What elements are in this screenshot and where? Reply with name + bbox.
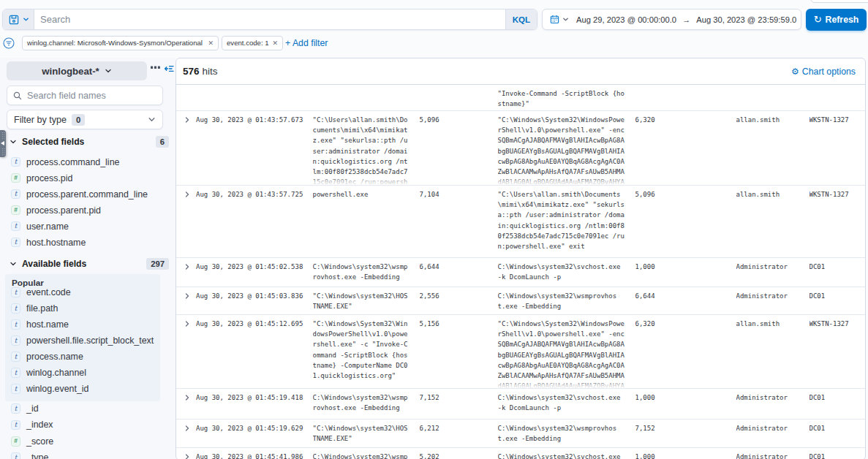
selected-fields-header[interactable]: Selected fields 6 (10, 136, 169, 148)
field-item-host.name[interactable]: thost.name (11, 316, 69, 333)
field-search-placeholder: Search field names (27, 91, 106, 101)
remove-filter-icon[interactable]: ✕ (273, 39, 279, 47)
cell-parent-pid: 5,096 (635, 186, 736, 257)
cell-hostname (809, 85, 866, 110)
available-fields-header[interactable]: Available fields 297 (10, 258, 169, 270)
expand-row-icon[interactable] (184, 263, 191, 270)
field-item-process.parent.pid[interactable]: #process.parent.pid (11, 202, 101, 219)
filter-by-type-count-badge: 0 (72, 114, 85, 126)
index-pattern-select[interactable]: winlogbeat-* (7, 61, 147, 80)
field-item-_id[interactable]: t_id (11, 401, 39, 417)
field-name: winlog.event_id (26, 384, 88, 394)
field-item-event.code[interactable]: tevent.code (11, 284, 71, 300)
cell-hostname: DC01 (809, 448, 866, 459)
field-item-user.name[interactable]: tuser.name (11, 219, 69, 235)
selected-fields-title: Selected fields (22, 137, 84, 147)
refresh-button[interactable]: ↻ Refresh (806, 9, 867, 31)
remove-filter-icon[interactable]: ✕ (208, 39, 214, 47)
field-search-box[interactable]: Search field names (7, 86, 163, 105)
save-icon (9, 15, 19, 25)
gear-icon: ⚙ (791, 67, 799, 76)
field-options-icon[interactable] (151, 66, 160, 69)
chevron-down-icon (148, 115, 156, 124)
field-item-process.parent.command_line[interactable]: tprocess.parent.command_line (11, 186, 148, 202)
cell-hostname: DC01 (809, 287, 866, 314)
header-button-sliver (810, 0, 868, 3)
cell-parent-pid: 1,000 (635, 258, 736, 287)
cell-hostname: WKSTN-1327 (809, 186, 866, 257)
field-item-_index[interactable]: t_index (11, 417, 53, 433)
range-arrow: → (682, 15, 690, 24)
cell-user-name (736, 85, 809, 110)
field-item-powershell.file.script_block_text[interactable]: tpowershell.file.script_block_text (11, 333, 154, 349)
expand-row-icon[interactable] (184, 116, 191, 124)
field-item-winlog.channel[interactable]: twinlog.channel (11, 365, 86, 381)
expand-row-icon[interactable] (184, 394, 191, 401)
expand-row-icon[interactable] (184, 453, 191, 459)
cell-time: Aug 30, 2023 @ 01:45:41.986 (196, 448, 313, 459)
chart-options-label: Chart options (802, 67, 856, 77)
date-end[interactable]: Aug 30, 2023 @ 23:59:59.0 (696, 15, 796, 24)
popular-fields-panel: Popular tevent.codetfile.paththost.namet… (5, 274, 160, 401)
search-input[interactable]: Search (34, 10, 505, 29)
add-filter-link[interactable]: + Add filter (285, 38, 328, 48)
expand-row-icon[interactable] (184, 425, 191, 432)
filter-pill-event-code[interactable]: event.code: 1 ✕ (222, 36, 283, 50)
text-field-icon: t (11, 368, 20, 378)
field-item-_score[interactable]: #_score (11, 433, 53, 449)
query-language-button[interactable]: KQL (505, 10, 537, 29)
cell-parent-pid: 6,320 (635, 111, 736, 185)
available-fields-count-badge: 297 (146, 258, 169, 270)
field-name: _score (26, 436, 53, 447)
filter-bar: winlog.channel: Microsoft-Windows-Sysmon… (0, 32, 868, 57)
expand-row-icon[interactable] (184, 191, 191, 198)
field-item-process.pid[interactable]: #process.pid (11, 170, 72, 186)
cell-parent-pid: 1,000 (635, 389, 736, 419)
cell-pid: 5,202 (420, 448, 498, 459)
search-bar[interactable]: Search KQL (2, 9, 537, 30)
number-field-icon: # (11, 173, 20, 183)
cell-parent-command-line: C:\Windows\system32\svchost.exe -k DcomL… (498, 389, 635, 419)
date-start[interactable]: Aug 29, 2023 @ 00:00:00.0 (576, 15, 676, 24)
cell-parent-pid (635, 85, 736, 110)
text-field-icon: t (11, 238, 20, 248)
expand-row-icon[interactable] (184, 292, 191, 300)
cell-pid: 5,096 (420, 111, 498, 185)
filter-by-type-select[interactable]: Filter by type 0 (7, 110, 163, 129)
refresh-icon: ↻ (814, 14, 822, 25)
chevron-down-icon (23, 16, 29, 23)
cell-user-name: Administrator (736, 448, 809, 459)
filter-icon[interactable] (3, 37, 15, 49)
field-item-host.hostname[interactable]: thost.hostname (11, 235, 86, 251)
text-field-icon: t (11, 319, 20, 330)
text-field-icon: t (11, 335, 20, 346)
date-range-picker[interactable]: Aug 29, 2023 @ 00:00:00.0 → Aug 30, 2023… (542, 9, 801, 30)
cell-pid: 6,644 (420, 258, 498, 287)
date-quick-select-button[interactable] (543, 15, 575, 24)
cell-time: Aug 30, 2023 @ 01:45:19.418 (196, 389, 313, 419)
filter-pill-winlog-channel[interactable]: winlog.channel: Microsoft-Windows-Sysmon… (22, 36, 219, 50)
fields-sidebar: winlogbeat-* Search field names Filter b… (0, 58, 176, 459)
date-range-values[interactable]: Aug 29, 2023 @ 00:00:00.0 → Aug 30, 2023… (575, 15, 801, 24)
cell-parent-pid: 6,320 (635, 315, 736, 388)
cell-parent-command-line: C:\Windows\system32\wsmprovhos t.exe -Em… (498, 420, 635, 447)
field-name: process.parent.command_line (26, 189, 148, 200)
chart-options-button[interactable]: ⚙ Chart options (791, 67, 856, 77)
expand-row-icon[interactable] (184, 320, 191, 327)
cell-pid: 7,104 (420, 186, 498, 257)
sidebar-resize-handle[interactable] (0, 130, 6, 157)
field-item-process.name[interactable]: tprocess.name (11, 349, 83, 365)
cell-time: Aug 30, 2023 @ 01:45:19.629 (196, 420, 313, 447)
cell-parent-pid: 6,644 (635, 287, 736, 314)
field-item-_type[interactable]: t_type (11, 449, 48, 459)
text-field-icon: t (11, 420, 20, 430)
field-item-process.command_line[interactable]: tprocess.command_line (11, 154, 119, 170)
field-item-file.path[interactable]: tfile.path (11, 300, 58, 316)
saved-query-menu-button[interactable] (3, 10, 34, 29)
cell-user-name: allan.smith (736, 186, 809, 257)
field-name: _id (26, 403, 39, 414)
documents-table: "Invoke-Command -ScriptBlock {ho stname}… (176, 85, 865, 459)
chevron-down-icon (10, 138, 17, 145)
field-item-winlog.event_id[interactable]: twinlog.event_id (11, 381, 88, 397)
collapse-sidebar-icon[interactable] (165, 64, 174, 73)
